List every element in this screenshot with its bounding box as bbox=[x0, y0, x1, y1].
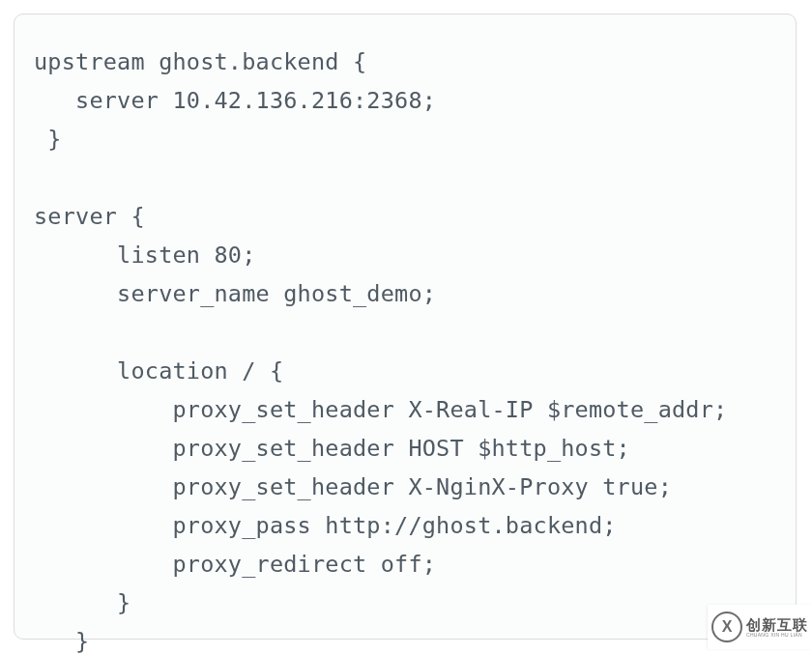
nginx-config-code: upstream ghost.backend { server 10.42.13… bbox=[34, 43, 776, 655]
watermark: X 创新互联 CHUANG XIN HU LIAN bbox=[708, 605, 812, 649]
watermark-cn: 创新互联 bbox=[746, 617, 808, 632]
watermark-logo-icon: X bbox=[711, 612, 742, 642]
code-block-card: upstream ghost.backend { server 10.42.13… bbox=[14, 14, 797, 640]
code-content: upstream ghost.backend { server 10.42.13… bbox=[34, 48, 727, 655]
watermark-py: CHUANG XIN HU LIAN bbox=[746, 633, 808, 638]
watermark-text: 创新互联 CHUANG XIN HU LIAN bbox=[746, 617, 808, 638]
